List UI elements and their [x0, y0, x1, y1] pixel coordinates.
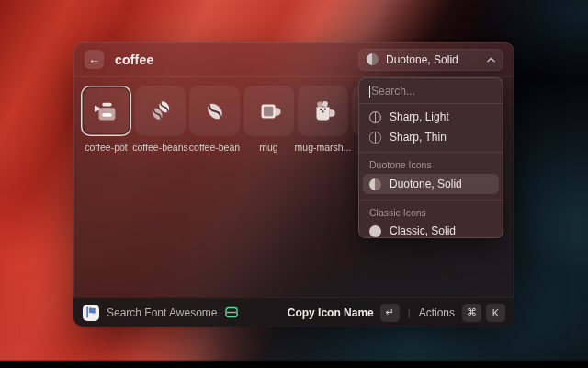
- sharp-group: Sharp, Light Sharp, Thin: [358, 104, 503, 152]
- option-label: Duotone, Solid: [390, 178, 462, 190]
- primary-action-label: Copy Icon Name: [288, 306, 374, 319]
- chevron-up-icon: [487, 57, 495, 63]
- actions-button[interactable]: Actions ⌘ K: [419, 304, 505, 322]
- style-dropdown-menu: Search... Sharp, Light Sharp, Thin Duoto…: [358, 77, 503, 238]
- font-awesome-logo: [83, 305, 99, 321]
- actions-label: Actions: [419, 306, 455, 319]
- mug-marshmallows-tile[interactable]: [298, 86, 348, 136]
- coffee-beans-icon: [147, 98, 175, 125]
- mug-tile[interactable]: [243, 86, 294, 136]
- app-window-icon: [225, 306, 238, 318]
- option-sharp-light[interactable]: Sharp, Light: [358, 107, 503, 127]
- classic-solid-icon: [369, 225, 381, 237]
- search-input[interactable]: coffee: [115, 52, 153, 67]
- result-coffee-pot: coffee-pot: [81, 86, 131, 153]
- dropdown-search-input[interactable]: Search...: [358, 77, 503, 103]
- option-sharp-thin[interactable]: Sharp, Thin: [358, 127, 503, 147]
- back-button[interactable]: ←: [85, 50, 104, 69]
- footer-divider: |: [408, 307, 411, 318]
- result-mug: mug: [243, 86, 294, 153]
- result-label: mug: [259, 142, 277, 153]
- style-dropdown-trigger[interactable]: Duotone, Solid: [358, 49, 503, 71]
- launcher-footer: Search Font Awesome Copy Icon Name ↵ | A…: [74, 297, 514, 327]
- footer-app-label: Search Font Awesome: [107, 306, 218, 319]
- option-classic-solid[interactable]: Classic, Solid: [358, 221, 503, 238]
- coffee-pot-icon: [93, 98, 120, 125]
- copy-icon-name-button[interactable]: Copy Icon Name ↵: [288, 304, 400, 322]
- coffee-beans-tile[interactable]: [135, 86, 186, 136]
- coffee-pot-tile[interactable]: [81, 86, 131, 136]
- result-label: coffee-bean: [189, 142, 240, 153]
- sharp-light-icon: [369, 111, 381, 123]
- style-dropdown-value: Duotone, Solid: [386, 53, 480, 66]
- coffee-bean-icon: [201, 98, 229, 125]
- option-duotone-solid[interactable]: Duotone, Solid: [363, 174, 499, 194]
- command-key-badge: ⌘: [462, 304, 481, 322]
- mug-icon: [255, 98, 283, 125]
- duotone-solid-icon: [369, 178, 381, 190]
- result-mug-marshmallows: mug-marsh...: [298, 86, 348, 153]
- text-caret: [369, 86, 370, 98]
- launcher-header: ← coffee Duotone, Solid: [74, 42, 514, 77]
- coffee-bean-tile[interactable]: [189, 86, 240, 136]
- option-label: Sharp, Thin: [390, 131, 447, 144]
- result-coffee-beans: coffee-beans: [135, 86, 186, 153]
- duotone-section-header: Duotone Icons: [358, 153, 503, 173]
- return-key-badge: ↵: [380, 304, 400, 322]
- flag-icon: [85, 306, 96, 318]
- dropdown-search-placeholder: Search...: [371, 85, 415, 98]
- classic-section-header: Classic Icons: [358, 201, 503, 221]
- result-label: mug-marsh...: [295, 142, 352, 153]
- launcher-window: ← coffee Duotone, Solid: [74, 42, 514, 327]
- result-label: coffee-beans: [132, 142, 188, 153]
- k-key-badge: K: [486, 304, 505, 322]
- result-coffee-bean: coffee-bean: [189, 86, 240, 153]
- option-label: Classic, Solid: [390, 224, 456, 237]
- sharp-thin-icon: [369, 132, 381, 144]
- option-label: Sharp, Light: [390, 110, 449, 123]
- duotone-style-icon: [367, 53, 379, 65]
- result-label: coffee-pot: [85, 142, 128, 153]
- mug-marshmallows-icon: [310, 98, 337, 125]
